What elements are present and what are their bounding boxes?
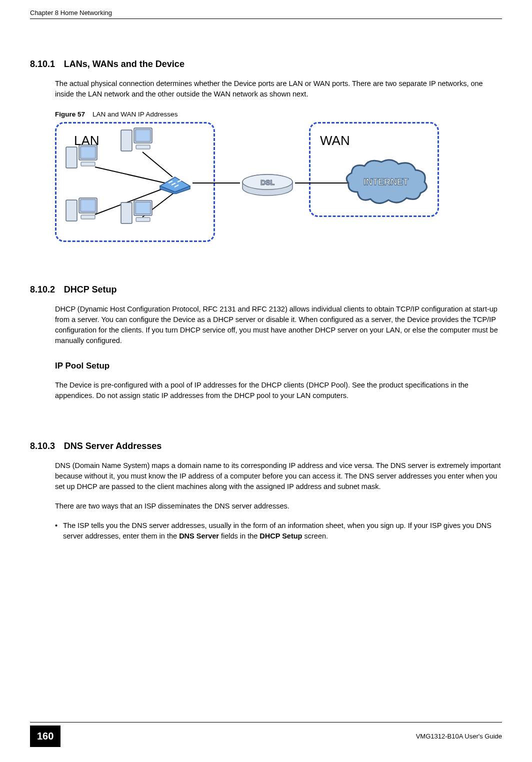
section-number: 8.10.1 (30, 59, 55, 70)
page-header: Chapter 8 Home Networking (0, 0, 532, 18)
connection-line (295, 182, 350, 184)
computer-icon (120, 200, 155, 230)
guide-name: VMG1312-B10A User's Guide (416, 732, 502, 740)
section-title: LANs, WANs and the Device (64, 59, 184, 69)
connection-line (192, 182, 240, 184)
computer-icon (65, 144, 100, 174)
bullet-text-bold: DNS Server (179, 532, 219, 540)
svg-rect-18 (136, 218, 150, 222)
svg-rect-16 (121, 202, 132, 224)
body-paragraph: The Device is pre-configured with a pool… (55, 380, 502, 401)
body-paragraph: There are two ways that an ISP dissemina… (55, 501, 502, 512)
network-diagram: LAN WAN (55, 122, 440, 244)
computer-icon (65, 197, 100, 227)
subsection-title: IP Pool Setup (55, 361, 502, 371)
section-heading: 8.10.1 LANs, WANs and the Device (30, 39, 502, 70)
body-paragraph: The actual physical connection determine… (55, 78, 502, 100)
section-number: 8.10.3 (30, 441, 55, 452)
section-heading: 8.10.2 DHCP Setup (30, 264, 502, 295)
dsl-router-icon: DSL (240, 172, 295, 197)
svg-rect-19 (136, 202, 150, 214)
section-title: DHCP Setup (64, 284, 117, 294)
page-content: 8.10.1 LANs, WANs and the Device The act… (0, 39, 532, 542)
svg-rect-15 (80, 200, 96, 212)
internet-cloud-icon: INTERNET (342, 157, 430, 207)
computer-icon (120, 127, 155, 157)
svg-rect-12 (66, 200, 77, 221)
switch-icon (158, 172, 192, 194)
figure-title: LAN and WAN IP Addresses (92, 110, 178, 118)
section-number: 8.10.2 (30, 284, 55, 295)
svg-rect-10 (136, 145, 150, 149)
svg-rect-8 (121, 130, 132, 151)
svg-rect-6 (81, 162, 95, 166)
dsl-text: DSL (260, 178, 274, 186)
figure-label: Figure 57 (55, 110, 85, 118)
internet-text: INTERNET (364, 177, 408, 187)
svg-rect-11 (136, 130, 150, 142)
footer-divider (30, 722, 502, 722)
page-number: 160 (30, 726, 60, 747)
chapter-label: Chapter 8 Home Networking (30, 9, 112, 16)
svg-rect-4 (66, 147, 77, 168)
header-divider (30, 18, 502, 19)
svg-rect-7 (80, 146, 96, 158)
body-paragraph: DNS (Domain Name System) maps a domain n… (55, 460, 502, 492)
bullet-text-part: fields in the (219, 532, 260, 540)
bullet-text-part: screen. (302, 532, 328, 540)
section-heading: 8.10.3 DNS Server Addresses (30, 421, 502, 452)
figure-caption: Figure 57 LAN and WAN IP Addresses (55, 110, 502, 118)
body-paragraph: DHCP (Dynamic Host Configuration Protoco… (55, 304, 502, 346)
wan-label: WAN (320, 133, 350, 148)
page-footer: 160 VMG1312-B10A User's Guide (0, 722, 532, 747)
section-title: DNS Server Addresses (64, 441, 162, 451)
bullet-item: The ISP tells you the DNS server address… (55, 520, 502, 542)
bullet-text-bold: DHCP Setup (260, 532, 302, 540)
svg-rect-14 (81, 215, 95, 219)
